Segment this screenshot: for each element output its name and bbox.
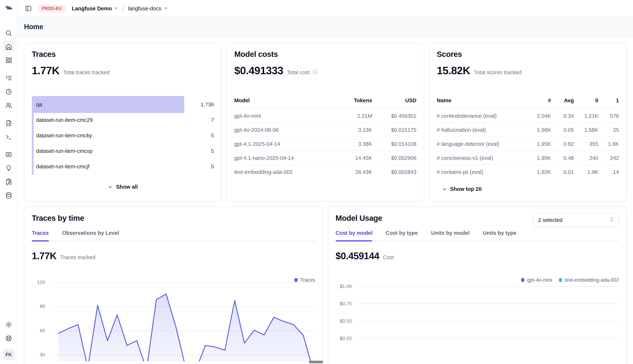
- search-icon: [5, 29, 12, 36]
- cell-one: 14: [598, 169, 619, 175]
- tab-observations-by-level[interactable]: Observations by Level: [62, 230, 119, 241]
- cell-avg: 0.01: [551, 169, 574, 175]
- sidebar-item-users[interactable]: [3, 99, 15, 111]
- table-row[interactable]: gpt-4.1-nano-2025-04-14 14.45K $0.002906: [234, 151, 417, 165]
- chevron-down-icon: [108, 184, 113, 189]
- clock-icon: [5, 88, 12, 95]
- tab-cost-by-model[interactable]: Cost by model: [336, 230, 372, 241]
- cell-tokens: 2.21M: [335, 113, 372, 119]
- cell-one: 242: [598, 155, 619, 161]
- model-select-dropdown[interactable]: 2 selected: [533, 213, 619, 227]
- card-title: Model costs: [234, 50, 417, 59]
- cell-name: # hallucination (eval): [437, 127, 527, 133]
- sidebar-item-annotation[interactable]: [3, 176, 15, 188]
- sidebar-item-dashboards[interactable]: [3, 54, 15, 66]
- lightbulb-icon: [5, 164, 12, 172]
- table-row[interactable]: # conciseness-v1 (eval) 1.95K 0.48 240 2…: [437, 151, 619, 165]
- trace-count: 5: [187, 148, 214, 154]
- sidebar-item-settings[interactable]: [3, 318, 15, 330]
- table-row[interactable]: gpt-4o-mini 2.21M $0.456301: [234, 109, 417, 123]
- table-body: gpt-4o-mini 2.21M $0.456301 gpt-4o-2024-…: [234, 109, 417, 179]
- trace-bar: [32, 112, 34, 128]
- info-icon[interactable]: [312, 70, 318, 76]
- tab-units-by-model[interactable]: Units by model: [431, 230, 470, 241]
- tab-units-by-type[interactable]: Units by type: [483, 230, 516, 241]
- trace-name: qa: [36, 102, 42, 108]
- total-cost-label: Total cost: [287, 70, 310, 75]
- users-icon: [5, 102, 12, 109]
- trace-bar-row[interactable]: dataset-run-item-cmcvp 5: [32, 143, 214, 159]
- sidebar-item-datasets[interactable]: [3, 190, 15, 201]
- model-costs-card: Model costs $0.491333 Total cost Model T…: [227, 43, 424, 202]
- table-row[interactable]: # contains-pii (eval) 1.92K 0.01 1.9K 14: [437, 165, 619, 179]
- trace-bar-row[interactable]: dataset-run-item-cmcky 5: [32, 128, 214, 143]
- card-title: Traces: [32, 50, 214, 59]
- cell-zero: 1.21K: [574, 113, 598, 119]
- col-avg: Avg: [551, 98, 574, 103]
- trace-bar-row[interactable]: qa 1,736: [32, 97, 214, 112]
- model-usage-chart: $1.00 $0.75 $0.50 $0.25: [336, 276, 619, 362]
- org-switcher[interactable]: Langfuse Demo: [72, 5, 119, 11]
- cell-zero: 1.58K: [574, 127, 598, 133]
- show-all-button[interactable]: Show all: [32, 184, 214, 190]
- sidebar-item-tracing[interactable]: [3, 72, 15, 84]
- table-row[interactable]: gpt-4o-2024-08-06 3.13K $0.015175: [234, 123, 417, 137]
- traces-total-label: Total traces tracked: [63, 70, 110, 75]
- traces-card: Traces 1.77K Total traces tracked qa 1,7…: [24, 43, 222, 202]
- cell-zero: 240: [574, 155, 598, 161]
- table-row[interactable]: text-embedding-ada-002 28.43K $0.002843: [234, 165, 417, 179]
- dashboard-content: Traces 1.77K Total traces tracked qa 1,7…: [18, 37, 633, 364]
- horizontal-scrollbar-thumb[interactable]: [309, 361, 323, 363]
- tab-traces[interactable]: Traces: [32, 230, 49, 241]
- sidebar-item-support[interactable]: [3, 332, 15, 344]
- trace-name: dataset-run-item-cmc29: [36, 117, 93, 123]
- sidebar-toggle-button[interactable]: [24, 4, 33, 13]
- sidebar-item-prompts[interactable]: [3, 117, 15, 129]
- dashboard-grid-icon: [5, 57, 12, 64]
- trace-bar: [32, 142, 34, 160]
- trace-bar-row[interactable]: dataset-run-item-cmc29 7: [32, 112, 214, 128]
- user-avatar[interactable]: FK: [3, 348, 15, 360]
- table-header: Model Tokens USD: [234, 95, 417, 109]
- traces-area-chart: 120 90 60 30: [32, 276, 315, 362]
- cell-count: 1.92K: [527, 169, 551, 175]
- terminal-icon: [5, 133, 12, 140]
- percent-box-icon: [5, 151, 12, 158]
- cell-one: 1.6K: [598, 141, 619, 147]
- sidebar-item-sessions[interactable]: [3, 86, 15, 98]
- lifebuoy-icon: [5, 335, 12, 342]
- page-header: Home: [18, 17, 633, 37]
- langfuse-logo-icon: [4, 3, 13, 12]
- col-one: 1: [598, 98, 619, 103]
- table-row[interactable]: gpt-4.1-2025-04-14 3.38K $0.014108: [234, 137, 417, 151]
- project-switcher[interactable]: langfuse-docs: [128, 5, 168, 11]
- table-body: # contextrelevance (eval) 2.04K 0.34 1.2…: [437, 109, 619, 179]
- table-row[interactable]: # contextrelevance (eval) 2.04K 0.34 1.2…: [437, 109, 619, 123]
- trace-bar: [32, 96, 185, 113]
- cell-model: gpt-4.1-2025-04-14: [234, 141, 335, 147]
- sidebar-nav: [0, 12, 17, 201]
- show-top-20-button[interactable]: Show top 20: [442, 186, 619, 192]
- cell-avg: 0.48: [551, 155, 574, 161]
- card-title: Traces by time: [32, 214, 315, 222]
- cell-count: 1.95K: [527, 141, 551, 147]
- sidebar-item-home[interactable]: [3, 40, 15, 52]
- sidebar-item-search[interactable]: [3, 27, 15, 39]
- cell-avg: 0.05: [551, 127, 574, 133]
- sidebar: FK: [0, 0, 18, 364]
- sidebar-item-llm-judge[interactable]: [3, 162, 15, 174]
- table-row[interactable]: # hallucination (eval) 1.96K 0.05 1.58K …: [437, 123, 619, 137]
- sidebar-item-evaluation[interactable]: [3, 148, 15, 160]
- cell-usd: $0.002906: [372, 155, 416, 161]
- cell-name: # contextrelevance (eval): [437, 113, 527, 119]
- area-chart-svg: [49, 276, 315, 362]
- cell-model: gpt-4o-2024-08-06: [234, 127, 335, 133]
- cell-model: gpt-4o-mini: [234, 113, 335, 119]
- trace-bar-row[interactable]: dataset-run-item-cmcjf 5: [32, 159, 214, 174]
- table-row[interactable]: # language-detector (eval) 1.95K 0.82 35…: [437, 137, 619, 151]
- tab-cost-by-type[interactable]: Cost by type: [386, 230, 418, 241]
- traces-time-tabs: Traces Observations by Level: [32, 230, 315, 242]
- col-name: Name: [437, 98, 527, 103]
- sidebar-item-playground[interactable]: [3, 131, 15, 142]
- cell-zero: 1.9K: [574, 169, 598, 175]
